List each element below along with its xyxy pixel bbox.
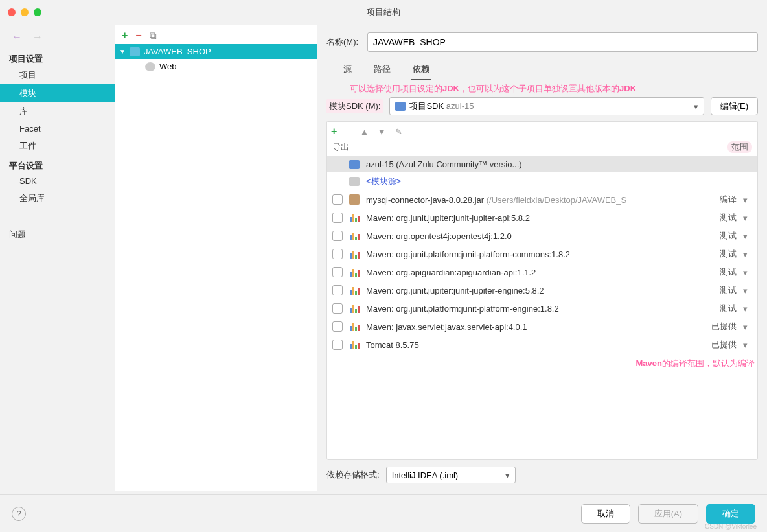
sdk-folder-icon [349,160,360,169]
export-checkbox[interactable] [332,213,343,223]
dependency-row[interactable]: Maven: org.junit.platform:junit-platform… [327,245,757,263]
sidebar-item-modules[interactable]: 模块 [0,84,115,102]
tree-child-label: Web [159,62,177,71]
dependency-row[interactable]: Maven: org.junit.jupiter:junit-jupiter-e… [327,281,757,299]
dialog-footer: ? 取消 应用(A) 确定 [0,494,767,532]
storage-format-dropdown[interactable]: IntelliJ IDEA (.iml) ▾ [386,467,516,483]
dependency-scope[interactable]: 测试 [698,248,737,260]
module-name-input[interactable] [367,32,758,52]
dependency-scope[interactable]: 已提供 [698,339,737,351]
tree-root-module[interactable]: ▼ JAVAWEB_SHOP [115,44,317,59]
storage-format-label: 依赖存储格式: [326,469,380,481]
copy-module-icon[interactable]: ⧉ [150,30,157,41]
sidebar-item-facets[interactable]: Facet [0,121,115,137]
cancel-button[interactable]: 取消 [581,504,630,524]
scope-caret-icon: ▾ [743,249,752,259]
sidebar-item-libraries[interactable]: 库 [0,102,115,121]
annotation-maven-scope: Maven的编译范围，默认为编译 [327,354,757,373]
dependency-scope[interactable]: 已提供 [698,321,737,332]
content-panel: 名称(M): 源 路径 依赖 可以选择使用项目设定的JDK，也可以为这个子项目单… [317,25,767,491]
maximize-button[interactable] [34,8,41,16]
move-down-icon: ▼ [378,127,386,137]
forward-arrow-icon[interactable]: → [32,31,43,43]
sidebar-item-project[interactable]: 项目 [0,66,115,84]
export-checkbox[interactable] [332,231,343,241]
dependency-row[interactable]: azul-15 (Azul Zulu Community™ versio...) [327,156,757,172]
tab-paths[interactable]: 路径 [372,60,392,80]
add-dep-icon[interactable]: + [331,126,337,137]
move-up-icon: ▲ [360,127,369,137]
export-checkbox[interactable] [332,340,343,350]
dependency-name: azul-15 (Azul Zulu Community™ versio...) [366,159,691,169]
minimize-button[interactable] [21,8,29,16]
dependency-scope[interactable]: 测试 [698,284,737,296]
web-facet-icon [145,62,155,71]
tab-dependencies[interactable]: 依赖 [411,60,431,80]
remove-module-icon[interactable]: − [135,30,141,41]
sidebar-item-global-libs[interactable]: 全局库 [0,189,115,207]
sidebar-item-problems[interactable]: 问题 [0,226,115,244]
caret-down-icon: ▼ [119,48,126,55]
library-icon [349,303,360,314]
dependency-row[interactable]: Maven: javax.servlet:javax.servlet-api:4… [327,318,757,336]
dependency-row[interactable]: Maven: org.apiguardian:apiguardian-api:1… [327,263,757,281]
scope-caret-icon: ▾ [743,268,752,277]
apply-button: 应用(A) [638,504,698,524]
dependency-name: Tomcat 8.5.75 [366,340,691,350]
tab-sources[interactable]: 源 [342,60,353,80]
dependency-scope[interactable]: 测试 [698,230,737,242]
help-button[interactable]: ? [12,507,26,521]
library-icon [349,249,360,259]
add-module-icon[interactable]: + [122,30,128,41]
dependency-name: Maven: org.junit.jupiter:junit-jupiter-a… [366,213,691,223]
scope-caret-icon: ▾ [743,340,752,350]
traffic-lights [8,8,41,16]
scope-caret-icon: ▾ [743,231,752,241]
scope-caret-icon: ▾ [743,322,752,332]
dependency-scope[interactable]: 测试 [698,303,737,314]
dependency-name: Maven: org.apiguardian:apiguardian-api:1… [366,268,691,277]
dependency-scope[interactable]: 编译 [698,194,737,205]
jar-icon [349,194,360,205]
scope-column-header: 范围 [727,141,752,153]
dependency-name: Maven: org.junit.jupiter:junit-jupiter-e… [366,286,691,295]
sidebar-item-artifacts[interactable]: 工件 [0,137,115,155]
sdk-value-label: 项目SDK azul-15 [409,100,474,112]
dependency-scope[interactable]: 测试 [698,266,737,278]
dependency-row[interactable]: Tomcat 8.5.75已提供▾ [327,336,757,354]
library-icon [349,267,360,277]
edit-sdk-button[interactable]: 编辑(E) [711,97,758,115]
dependency-scope[interactable]: 测试 [698,212,737,224]
back-arrow-icon[interactable]: ← [12,31,22,43]
close-button[interactable] [8,8,16,16]
export-checkbox[interactable] [332,194,343,205]
dependency-row[interactable]: Maven: org.junit.jupiter:junit-jupiter-a… [327,209,757,227]
platform-settings-header: 平台设置 [0,159,115,173]
export-checkbox[interactable] [332,249,343,259]
module-sdk-dropdown[interactable]: 项目SDK azul-15 ▾ [389,97,704,115]
tree-child-web[interactable]: Web [115,59,317,74]
dependency-name: <模块源> [366,176,691,187]
ok-button[interactable]: 确定 [706,504,755,524]
dependency-row[interactable]: mysql-connector-java-8.0.28.jar (/Users/… [327,191,757,209]
library-icon [349,213,360,223]
scope-caret-icon: ▾ [743,195,752,205]
export-column-header: 导出 [332,141,366,153]
module-folder-icon [130,47,140,56]
export-checkbox[interactable] [332,321,343,332]
export-checkbox[interactable] [332,267,343,277]
dependency-name: Maven: org.opentest4j:opentest4j:1.2.0 [366,231,691,241]
scope-caret-icon: ▾ [743,213,752,223]
source-folder-icon [349,177,360,186]
dependency-row[interactable]: Maven: org.opentest4j:opentest4j:1.2.0测试… [327,227,757,245]
sidebar-item-sdks[interactable]: SDK [0,173,115,189]
left-sidebar: ← → 项目设置 项目 模块 库 Facet 工件 平台设置 SDK 全局库 问… [0,25,115,491]
dependency-row[interactable]: <模块源> [327,172,757,191]
dependency-name: mysql-connector-java-8.0.28.jar (/Users/… [366,195,691,205]
export-checkbox[interactable] [332,285,343,295]
dependency-row[interactable]: Maven: org.junit.platform:junit-platform… [327,299,757,318]
library-icon [349,340,360,350]
window-title: 项目结构 [367,6,400,18]
watermark: CSDN @Viktorlee [705,523,757,530]
export-checkbox[interactable] [332,303,343,314]
